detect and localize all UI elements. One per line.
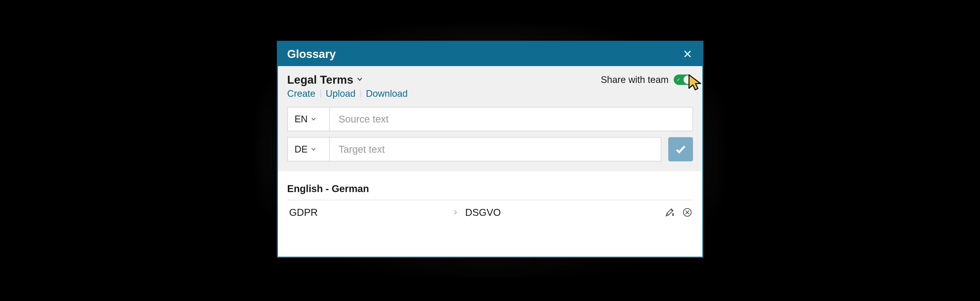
arrow-right-icon (445, 210, 465, 215)
delete-circle-icon (682, 207, 692, 218)
entry-source-term: GDPR (287, 207, 445, 218)
toggle-knob (684, 75, 692, 84)
source-lang-code: EN (295, 114, 308, 125)
chevron-down-icon (310, 146, 317, 152)
create-link[interactable]: Create (287, 88, 315, 99)
share-toggle[interactable]: ✓ (674, 75, 693, 85)
chevron-down-icon (310, 116, 317, 122)
target-text-input[interactable] (329, 137, 661, 162)
upload-link[interactable]: Upload (326, 88, 355, 99)
source-input-row: EN (287, 107, 693, 131)
entry-actions (664, 207, 693, 218)
language-pair-header: English - German (287, 183, 693, 200)
check-icon (675, 143, 687, 155)
close-icon (683, 50, 692, 58)
share-group: Share with team ✓ (601, 75, 693, 85)
action-links: Create Upload Download (287, 88, 693, 99)
modal-header: Glossary (278, 42, 702, 66)
divider (320, 90, 321, 98)
chevron-down-icon (356, 76, 363, 84)
share-label: Share with team (601, 75, 669, 85)
entry-target-term: DSGVO (465, 207, 664, 218)
entry-row: GDPR DSGVO (287, 200, 693, 224)
add-entry-button[interactable] (668, 137, 693, 162)
edit-entry-button[interactable] (664, 207, 676, 218)
check-icon: ✓ (677, 77, 680, 82)
divider (360, 90, 361, 98)
download-link[interactable]: Download (366, 88, 408, 99)
modal-title: Glossary (287, 47, 336, 61)
source-text-input[interactable] (329, 107, 693, 131)
glossary-modal: Glossary Legal Terms Share wi (277, 41, 703, 258)
glossary-selector[interactable]: Legal Terms (287, 73, 363, 86)
entries-section: English - German GDPR DSGVO (278, 171, 702, 257)
target-input-row: DE (287, 137, 661, 162)
target-lang-selector[interactable]: DE (287, 137, 329, 162)
source-lang-selector[interactable]: EN (287, 107, 329, 131)
glossary-name-label: Legal Terms (287, 73, 353, 86)
delete-entry-button[interactable] (682, 207, 693, 218)
controls-section: Legal Terms Share with team ✓ (278, 66, 702, 171)
close-button[interactable] (682, 48, 693, 59)
target-lang-code: DE (295, 144, 308, 155)
edit-icon (665, 207, 675, 218)
